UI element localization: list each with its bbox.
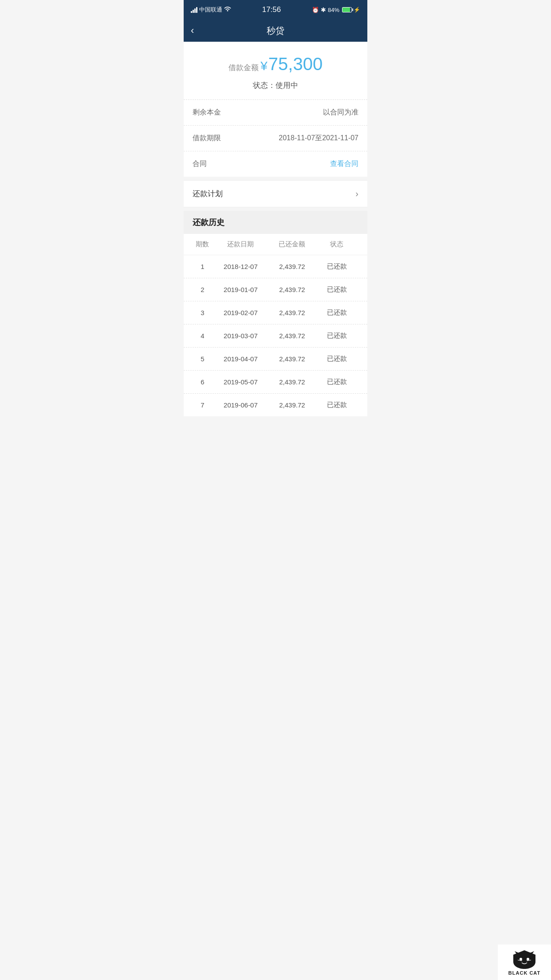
chevron-right-icon: ›: [355, 189, 358, 199]
table-row: 4 2019-03-07 2,439.72 已还款: [184, 324, 367, 348]
header-amount: 已还金额: [269, 240, 315, 249]
wifi-icon: [224, 7, 231, 13]
header-period: 期数: [193, 240, 213, 249]
amount-label: 借款金额: [228, 63, 259, 72]
contract-label: 合同: [193, 159, 207, 169]
table-row: 6 2019-05-07 2,439.72 已还款: [184, 371, 367, 394]
amount-section: 借款金额 ¥75,300 状态：使用中: [184, 42, 367, 99]
principal-value: 以合同为准: [323, 108, 358, 117]
repayment-plan-label: 还款计划: [193, 189, 223, 199]
row-period: 3: [193, 309, 213, 316]
row-date: 2019-01-07: [213, 286, 269, 293]
row-date: 2019-04-07: [213, 355, 269, 363]
table-row: 1 2018-12-07 2,439.72 已还款: [184, 255, 367, 278]
loan-status: 状态：使用中: [193, 80, 358, 91]
header-status: 状态: [315, 240, 358, 249]
period-value: 2018-11-07至2021-11-07: [279, 134, 358, 143]
battery-percent: 84%: [328, 7, 339, 13]
row-period: 7: [193, 401, 213, 409]
bluetooth-icon: ✱: [321, 6, 326, 13]
row-period: 6: [193, 378, 213, 386]
status-bar: 中国联通 17:56 ⏰ ✱ 84% ⚡: [184, 0, 367, 20]
row-amount: 2,439.72: [269, 309, 315, 316]
carrier-label: 中国联通: [199, 6, 222, 14]
row-status: 已还款: [315, 355, 358, 363]
history-title: 还款历史: [193, 218, 224, 227]
row-period: 2: [193, 286, 213, 293]
alarm-icon: ⏰: [312, 7, 319, 13]
history-section: 还款历史 期数 还款日期 已还金额 状态 1 2018-12-07 2,439.…: [184, 211, 367, 416]
info-row-contract: 合同 查看合同: [184, 151, 367, 177]
row-status: 已还款: [315, 285, 358, 294]
repayment-table: 期数 还款日期 已还金额 状态 1 2018-12-07 2,439.72 已还…: [184, 234, 367, 416]
row-amount: 2,439.72: [269, 332, 315, 340]
row-status: 已还款: [315, 332, 358, 340]
row-period: 4: [193, 332, 213, 340]
row-status: 已还款: [315, 308, 358, 317]
info-section: 剩余本金 以合同为准 借款期限 2018-11-07至2021-11-07 合同…: [184, 99, 367, 177]
row-amount: 2,439.72: [269, 401, 315, 409]
principal-label: 剩余本金: [193, 108, 221, 117]
nav-bar: ‹ 秒贷: [184, 20, 367, 42]
repayment-plan-row[interactable]: 还款计划 ›: [184, 181, 367, 207]
row-period: 5: [193, 355, 213, 363]
back-button[interactable]: ‹: [191, 25, 194, 36]
table-row: 2 2019-01-07 2,439.72 已还款: [184, 278, 367, 301]
info-row-period: 借款期限 2018-11-07至2021-11-07: [184, 126, 367, 151]
table-header: 期数 还款日期 已还金额 状态: [184, 234, 367, 255]
table-row: 7 2019-06-07 2,439.72 已还款: [184, 394, 367, 416]
row-status: 已还款: [315, 401, 358, 409]
info-row-principal: 剩余本金 以合同为准: [184, 100, 367, 126]
row-date: 2019-02-07: [213, 309, 269, 316]
row-date: 2019-03-07: [213, 332, 269, 340]
row-status: 已还款: [315, 378, 358, 386]
repayment-plan-section: 还款计划 ›: [184, 180, 367, 207]
row-date: 2018-12-07: [213, 263, 269, 270]
row-amount: 2,439.72: [269, 286, 315, 293]
table-row: 3 2019-02-07 2,439.72 已还款: [184, 301, 367, 324]
view-contract-link[interactable]: 查看合同: [330, 159, 358, 169]
status-left: 中国联通: [191, 6, 231, 14]
table-row: 5 2019-04-07 2,439.72 已还款: [184, 348, 367, 371]
row-date: 2019-06-07: [213, 401, 269, 409]
row-amount: 2,439.72: [269, 378, 315, 386]
row-period: 1: [193, 263, 213, 270]
row-amount: 2,439.72: [269, 355, 315, 363]
status-time: 17:56: [262, 5, 281, 14]
row-date: 2019-05-07: [213, 378, 269, 386]
history-header: 还款历史: [184, 211, 367, 234]
amount-value: ¥75,300: [260, 54, 323, 74]
status-right: ⏰ ✱ 84% ⚡: [312, 6, 360, 13]
row-amount: 2,439.72: [269, 263, 315, 270]
row-status: 已还款: [315, 262, 358, 271]
signal-icon: [191, 7, 197, 13]
charging-icon: ⚡: [354, 7, 360, 13]
header-date: 还款日期: [213, 240, 269, 249]
page-title: 秒贷: [267, 25, 284, 37]
amount-display: 借款金额 ¥75,300: [193, 54, 358, 74]
battery-icon: [342, 7, 352, 12]
period-label: 借款期限: [193, 134, 221, 143]
